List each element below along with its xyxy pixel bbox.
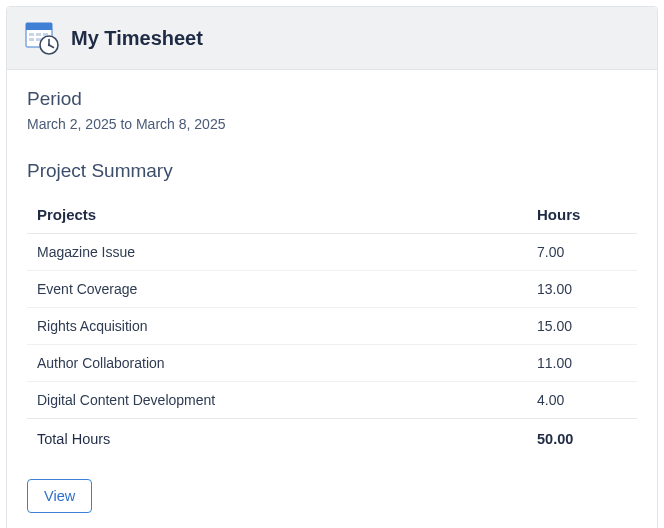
total-label-cell: Total Hours (27, 419, 527, 458)
table-row: Magazine Issue 7.00 (27, 234, 637, 271)
card-body: Period March 2, 2025 to March 8, 2025 Pr… (7, 70, 657, 528)
project-name-cell: Event Coverage (27, 271, 527, 308)
period-range: March 2, 2025 to March 8, 2025 (27, 116, 637, 132)
col-header-hours: Hours (527, 196, 637, 234)
table-row: Rights Acquisition 15.00 (27, 308, 637, 345)
project-hours-cell: 13.00 (527, 271, 637, 308)
project-hours-cell: 7.00 (527, 234, 637, 271)
summary-table: Projects Hours Magazine Issue 7.00 Event… (27, 196, 637, 457)
project-name-cell: Digital Content Development (27, 382, 527, 419)
col-header-projects: Projects (27, 196, 527, 234)
total-value-cell: 50.00 (527, 419, 637, 458)
table-row: Event Coverage 13.00 (27, 271, 637, 308)
project-hours-cell: 11.00 (527, 345, 637, 382)
view-button[interactable]: View (27, 479, 92, 513)
table-row: Author Collaboration 11.00 (27, 345, 637, 382)
table-total-row: Total Hours 50.00 (27, 419, 637, 458)
project-hours-cell: 4.00 (527, 382, 637, 419)
calendar-clock-icon (25, 21, 59, 55)
svg-rect-6 (36, 38, 41, 41)
table-row: Digital Content Development 4.00 (27, 382, 637, 419)
svg-point-11 (48, 44, 50, 46)
svg-rect-5 (29, 38, 34, 41)
svg-rect-1 (26, 23, 52, 30)
summary-heading: Project Summary (27, 160, 637, 182)
card-title: My Timesheet (71, 27, 203, 50)
svg-rect-2 (29, 33, 34, 36)
project-name-cell: Rights Acquisition (27, 308, 527, 345)
project-name-cell: Magazine Issue (27, 234, 527, 271)
period-heading: Period (27, 88, 637, 110)
timesheet-card: My Timesheet Period March 2, 2025 to Mar… (6, 6, 658, 528)
project-hours-cell: 15.00 (527, 308, 637, 345)
svg-rect-3 (36, 33, 41, 36)
project-name-cell: Author Collaboration (27, 345, 527, 382)
card-header: My Timesheet (7, 7, 657, 70)
